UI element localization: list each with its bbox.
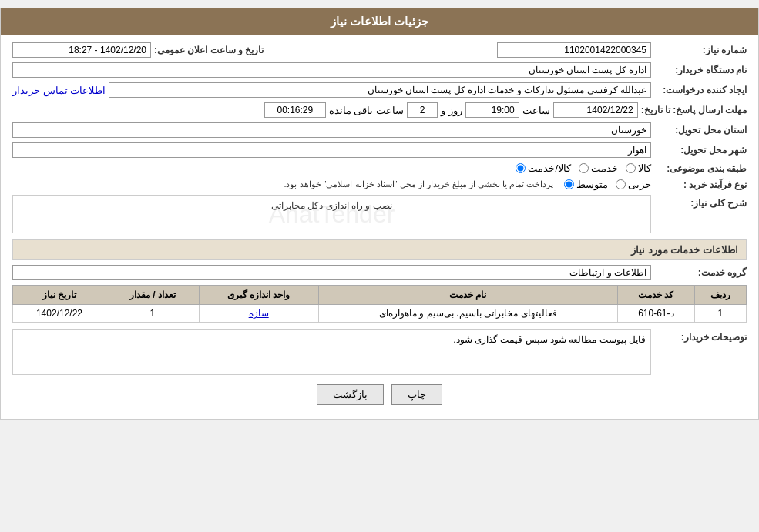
date-label: تاریخ و ساعت اعلان عمومی: xyxy=(154,45,264,55)
deadline-remaining-label: ساعت باقی مانده xyxy=(329,105,404,116)
deadline-time-input[interactable] xyxy=(465,102,519,118)
service-group-input[interactable] xyxy=(12,265,651,280)
services-section-title: اطلاعات خدمات مورد نیاز xyxy=(12,239,747,260)
need-desc-container: نصب و راه اندازی دکل مخابراتی AnatTender xyxy=(12,195,651,233)
row-buyer-desc: توصیحات خریدار: فایل پیوست مطالعه شود سپ… xyxy=(12,329,747,375)
cell-row: 1 xyxy=(694,305,746,323)
col-header-name: نام خدمت xyxy=(318,286,618,305)
process-jozi: جزیی xyxy=(616,179,651,190)
process-motavasset-radio[interactable] xyxy=(564,179,574,189)
deadline-time-label: ساعت xyxy=(522,105,550,116)
category-khedmat-label: خدمت xyxy=(591,162,618,174)
buyer-desc-text: فایل پیوست مطالعه شود سپس قیمت گذاری شود… xyxy=(13,330,650,350)
col-header-unit: واحد اندازه گیری xyxy=(199,286,318,305)
row-city: شهر محل تحویل: xyxy=(12,142,747,158)
need-number-label: شماره نیاز: xyxy=(654,45,747,55)
table-row: 1 د-61-610 فعالیتهای مخابراتی باسیم، بی‌… xyxy=(13,305,747,323)
back-button[interactable]: بازگشت xyxy=(317,384,384,405)
table-header-row: ردیف کد خدمت نام خدمت واحد اندازه گیری ت… xyxy=(13,286,747,305)
need-desc-text: نصب و راه اندازی دکل مخابراتی xyxy=(13,196,650,216)
content-area: شماره نیاز: تاریخ و ساعت اعلان عمومی: نا… xyxy=(1,35,758,419)
category-kala-khedmat: کالا/خدمت xyxy=(516,162,571,174)
cell-date: 1402/12/22 xyxy=(13,305,106,323)
creator-contact-link[interactable]: اطلاعات تماس خریدار xyxy=(12,85,106,96)
creator-label: ایجاد کننده درخواست: xyxy=(654,85,747,95)
need-number-input[interactable] xyxy=(497,42,651,58)
process-jozi-radio[interactable] xyxy=(616,179,626,189)
row-need-desc: شرح کلی نیاز: نصب و راه اندازی دکل مخابر… xyxy=(12,195,747,233)
process-motavasset-label: متوسط xyxy=(576,179,608,190)
col-header-row: ردیف xyxy=(694,286,746,305)
category-kala-khedmat-label: کالا/خدمت xyxy=(528,162,571,174)
process-radio-group: جزیی متوسط xyxy=(564,179,651,190)
service-group-label: گروه خدمت: xyxy=(654,267,747,278)
province-label: استان محل تحویل: xyxy=(654,125,747,136)
cell-unit[interactable]: سازه xyxy=(199,305,318,323)
deadline-label: مهلت ارسال پاسخ: تا تاریخ: xyxy=(641,105,747,115)
creator-input[interactable] xyxy=(109,82,651,98)
category-kala-label: کالا xyxy=(638,162,651,174)
process-label: نوع فرآیند خرید : xyxy=(654,179,747,190)
province-input[interactable] xyxy=(12,122,651,138)
cell-count: 1 xyxy=(106,305,199,323)
print-button[interactable]: چاپ xyxy=(391,384,442,405)
category-khedmat: خدمت xyxy=(579,162,618,174)
org-name-input[interactable] xyxy=(12,62,651,78)
deadline-remaining-input[interactable] xyxy=(264,102,326,118)
bottom-buttons: چاپ بازگشت xyxy=(12,384,747,405)
buyer-desc-label: توصیحات خریدار: xyxy=(654,329,747,343)
category-label: طبقه بندی موضوعی: xyxy=(654,163,747,174)
deadline-days-input[interactable] xyxy=(407,102,438,118)
city-input[interactable] xyxy=(12,142,651,158)
buyer-desc-container: فایل پیوست مطالعه شود سپس قیمت گذاری شود… xyxy=(12,329,651,375)
category-kala-radio[interactable] xyxy=(626,163,636,173)
row-category: طبقه بندی موضوعی: کالا خدمت کالا/خدمت xyxy=(12,162,747,174)
row-process: نوع فرآیند خرید : جزیی متوسط پرداخت تمام… xyxy=(12,179,747,190)
category-kala: کالا xyxy=(626,162,651,174)
category-khedmat-radio[interactable] xyxy=(579,163,589,173)
page-title: جزئیات اطلاعات نیاز xyxy=(331,15,428,28)
city-label: شهر محل تحویل: xyxy=(654,145,747,156)
col-header-date: تاریخ نیاز xyxy=(13,286,106,305)
process-jozi-label: جزیی xyxy=(628,179,651,190)
services-table: ردیف کد خدمت نام خدمت واحد اندازه گیری ت… xyxy=(12,285,747,323)
row-need-number: شماره نیاز: تاریخ و ساعت اعلان عمومی: xyxy=(12,42,747,58)
category-radio-group: کالا خدمت کالا/خدمت xyxy=(516,162,651,174)
deadline-date-input[interactable] xyxy=(553,102,638,118)
process-note: پرداخت تمام یا بخشی از مبلغ خریدار از مح… xyxy=(284,179,553,189)
cell-name: فعالیتهای مخابراتی باسیم، بی‌سیم و ماهوا… xyxy=(318,305,618,323)
page-header: جزئیات اطلاعات نیاز xyxy=(1,8,758,35)
row-creator: ایجاد کننده درخواست: اطلاعات تماس خریدار xyxy=(12,82,747,98)
cell-code: د-61-610 xyxy=(618,305,694,323)
row-org: نام دستگاه خریدار: xyxy=(12,62,747,78)
main-container: جزئیات اطلاعات نیاز شماره نیاز: تاریخ و … xyxy=(0,8,759,420)
date-input[interactable] xyxy=(12,42,151,58)
services-table-wrapper: ردیف کد خدمت نام خدمت واحد اندازه گیری ت… xyxy=(12,285,747,323)
row-province: استان محل تحویل: xyxy=(12,122,747,138)
col-header-count: تعداد / مقدار xyxy=(106,286,199,305)
category-kala-khedmat-radio[interactable] xyxy=(516,163,526,173)
deadline-days-label: روز و xyxy=(441,105,462,116)
need-desc-label: شرح کلی نیاز: xyxy=(654,195,747,209)
row-deadline: مهلت ارسال پاسخ: تا تاریخ: ساعت روز و سا… xyxy=(12,102,747,118)
col-header-code: کد خدمت xyxy=(618,286,694,305)
row-service-group: گروه خدمت: xyxy=(12,265,747,280)
process-motavasset: متوسط xyxy=(564,179,608,190)
org-label: نام دستگاه خریدار: xyxy=(654,65,747,75)
